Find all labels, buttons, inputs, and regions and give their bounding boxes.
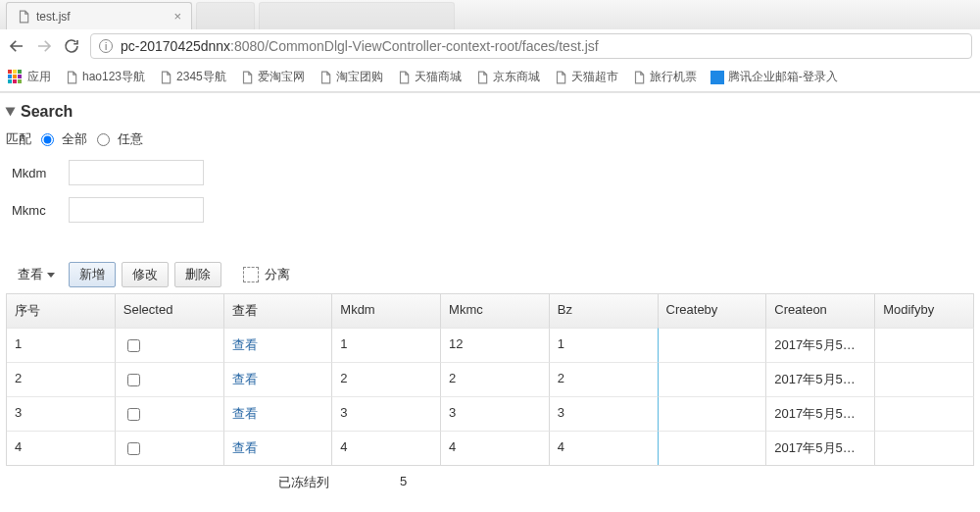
col-view[interactable]: 查看 — [224, 294, 333, 328]
bookmark-label: 爱淘宝网 — [258, 69, 305, 85]
bookmark-label: 旅行机票 — [650, 69, 697, 85]
add-button[interactable]: 新增 — [69, 262, 116, 287]
address-bar-row: i pc-20170425dnnx:8080/CommonDlgl-ViewCo… — [0, 29, 980, 63]
cell-modifyby — [875, 431, 974, 465]
forward-button[interactable] — [35, 37, 53, 55]
match-label: 匹配 — [6, 130, 31, 148]
col-createby[interactable]: Createby — [659, 294, 767, 328]
col-createon[interactable]: Createon — [766, 294, 875, 328]
detach-button[interactable]: 分离 — [243, 266, 290, 283]
file-icon — [397, 71, 411, 84]
bookmarks-bar: 应用 hao123导航 2345导航 爱淘宝网 淘宝团购 天猫商城 京东商城 天… — [0, 63, 980, 92]
cell-selected — [116, 362, 224, 396]
table-row[interactable]: 4查看4442017年5月5日 上... — [7, 431, 974, 465]
cell-createon: 2017年5月5日 上... — [766, 431, 875, 465]
table-row[interactable]: 3查看3332017年5月5日 上... — [7, 396, 974, 431]
view-dropdown[interactable]: 查看 — [10, 266, 63, 283]
cell-bz: 2 — [550, 362, 659, 396]
mkdm-label: Mkdm — [12, 166, 61, 180]
detach-label: 分离 — [265, 266, 290, 283]
browser-tab-inactive[interactable] — [259, 2, 455, 29]
back-button[interactable] — [8, 37, 25, 55]
site-info-icon[interactable]: i — [99, 39, 113, 53]
col-modifyby[interactable]: Modifyby — [875, 294, 974, 328]
row-checkbox[interactable] — [127, 408, 140, 421]
browser-tab-inactive[interactable] — [196, 2, 255, 29]
view-link[interactable]: 查看 — [232, 406, 258, 421]
col-selected[interactable]: Selected — [116, 294, 224, 328]
bookmark-label: 京东商城 — [493, 69, 540, 85]
delete-button[interactable]: 删除 — [174, 262, 221, 287]
search-section-header[interactable]: Search — [6, 99, 974, 125]
match-any-label: 任意 — [118, 130, 143, 148]
cell-view: 查看 — [224, 431, 333, 465]
cell-selected — [116, 396, 224, 431]
data-grid: 序号 Selected 查看 Mkdm Mkmc Bz Createby Cre… — [6, 293, 974, 466]
bookmark-item[interactable]: 旅行机票 — [632, 69, 697, 85]
match-all-radio[interactable] — [41, 133, 54, 146]
cell-modifyby — [875, 328, 974, 362]
url-input[interactable]: i pc-20170425dnnx:8080/CommonDlgl-ViewCo… — [90, 33, 972, 59]
chevron-down-icon — [6, 108, 16, 117]
cell-createby — [659, 396, 767, 431]
bookmark-item[interactable]: 2345导航 — [159, 69, 226, 85]
browser-tab-active[interactable]: test.jsf × — [6, 2, 192, 29]
file-icon — [632, 71, 646, 84]
close-icon[interactable]: × — [173, 9, 181, 24]
search-title: Search — [21, 103, 73, 121]
bookmark-item[interactable]: 爱淘宝网 — [240, 69, 305, 85]
row-checkbox[interactable] — [127, 339, 140, 352]
col-mkmc[interactable]: Mkmc — [441, 294, 550, 328]
cell-mkdm: 4 — [332, 431, 441, 465]
cell-mkmc: 4 — [441, 431, 550, 465]
form-row-mkdm: Mkdm — [6, 154, 974, 191]
table-row[interactable]: 2查看2222017年5月5日 上... — [7, 362, 974, 396]
apps-grid-icon — [8, 70, 24, 85]
cell-selected — [116, 431, 224, 465]
bookmark-item[interactable]: 天猫商城 — [397, 69, 462, 85]
view-link[interactable]: 查看 — [232, 372, 258, 386]
bookmark-item[interactable]: 淘宝团购 — [318, 69, 383, 85]
bookmark-label: 腾讯企业邮箱-登录入 — [728, 69, 838, 85]
url-host: pc-20170425dnnx — [121, 38, 230, 54]
col-seq[interactable]: 序号 — [7, 294, 116, 328]
tabs-row: test.jsf × — [0, 0, 980, 29]
frozen-cols-label: 已冻结列 — [6, 474, 329, 491]
cell-mkmc: 3 — [441, 396, 550, 431]
bookmark-label: 淘宝团购 — [336, 69, 383, 85]
cell-seq: 4 — [7, 431, 116, 465]
view-label: 查看 — [18, 266, 43, 283]
file-icon — [475, 71, 489, 84]
view-link[interactable]: 查看 — [232, 440, 258, 455]
cell-createby — [659, 431, 767, 465]
bookmark-item[interactable]: 天猫超市 — [554, 69, 618, 85]
mkdm-input[interactable] — [69, 160, 204, 185]
detach-icon — [243, 267, 259, 282]
bookmark-item[interactable]: 京东商城 — [475, 69, 540, 85]
cell-bz: 3 — [550, 396, 659, 431]
row-checkbox[interactable] — [127, 374, 140, 386]
col-mkdm[interactable]: Mkdm — [332, 294, 441, 328]
cell-mkmc: 12 — [441, 328, 550, 362]
match-any-radio[interactable] — [97, 133, 110, 146]
cell-createby — [659, 328, 767, 362]
view-link[interactable]: 查看 — [232, 337, 258, 352]
row-checkbox[interactable] — [127, 442, 140, 455]
apps-button[interactable]: 应用 — [8, 69, 51, 85]
bookmark-label: 天猫超市 — [571, 69, 618, 85]
edit-button[interactable]: 修改 — [122, 262, 169, 287]
cell-createby — [659, 362, 767, 396]
reload-button[interactable] — [63, 37, 80, 55]
cell-selected — [116, 328, 224, 362]
mkmc-input[interactable] — [69, 197, 204, 223]
bookmark-label: 天猫商城 — [415, 69, 462, 85]
bookmark-item[interactable]: hao123导航 — [65, 69, 145, 85]
bookmark-mail[interactable]: 腾讯企业邮箱-登录入 — [710, 69, 838, 85]
cell-mkmc: 2 — [441, 362, 550, 396]
cell-createon: 2017年5月5日 上... — [766, 362, 875, 396]
table-row[interactable]: 1查看11212017年5月5日 上... — [7, 328, 974, 362]
url-path: :8080/CommonDlgl-ViewController-context-… — [230, 38, 599, 54]
cell-view: 查看 — [224, 396, 333, 431]
col-bz[interactable]: Bz — [550, 294, 659, 328]
bookmark-label: hao123导航 — [82, 69, 145, 85]
